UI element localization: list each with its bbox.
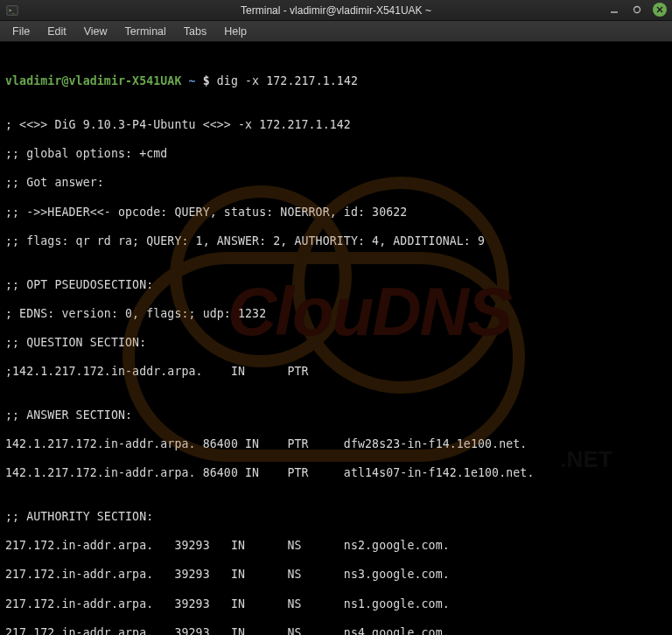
output-line: ;; OPT PSEUDOSECTION: bbox=[5, 278, 667, 293]
output-line: ; EDNS: version: 0, flags:; udp: 1232 bbox=[5, 307, 667, 322]
menubar: File Edit View Terminal Tabs Help bbox=[0, 21, 672, 42]
menu-file[interactable]: File bbox=[5, 24, 37, 39]
watermark-suffix: .NET bbox=[560, 452, 612, 467]
close-button[interactable] bbox=[653, 3, 667, 17]
prompt-symbol: $ bbox=[203, 74, 210, 87]
terminal-viewport[interactable]: ClouDNS .NET vladimir@vladimir-X541UAK ~… bbox=[0, 42, 672, 635]
output-line: 217.172.in-addr.arpa. 39293 IN NS ns2.go… bbox=[5, 539, 667, 554]
menu-tabs[interactable]: Tabs bbox=[177, 24, 214, 39]
menu-help[interactable]: Help bbox=[217, 24, 254, 39]
svg-text:>_: >_ bbox=[9, 7, 16, 14]
terminal-window: >_ Terminal - vladimir@vladimir-X541UAK … bbox=[0, 0, 672, 635]
prompt-line: vladimir@vladimir-X541UAK ~ $ dig -x 172… bbox=[5, 74, 667, 89]
output-line: 142.1.217.172.in-addr.arpa. 86400 IN PTR… bbox=[5, 437, 667, 452]
output-line: 217.172.in-addr.arpa. 39293 IN NS ns3.go… bbox=[5, 568, 667, 583]
command-text: dig -x 172.217.1.142 bbox=[217, 74, 358, 87]
output-line: ;; flags: qr rd ra; QUERY: 1, ANSWER: 2,… bbox=[5, 234, 667, 249]
prompt-user-host: vladimir@vladimir-X541UAK bbox=[5, 74, 182, 87]
svg-point-3 bbox=[634, 7, 640, 13]
output-line: ;; QUESTION SECTION: bbox=[5, 336, 667, 351]
output-line: 217.172.in-addr.arpa. 39293 IN NS ns4.go… bbox=[5, 626, 667, 635]
prompt-path: ~ bbox=[189, 74, 196, 87]
maximize-button[interactable] bbox=[630, 3, 644, 17]
output-line: 217.172.in-addr.arpa. 39293 IN NS ns1.go… bbox=[5, 597, 667, 612]
output-line: ;; ->>HEADER<<- opcode: QUERY, status: N… bbox=[5, 206, 667, 220]
menu-terminal[interactable]: Terminal bbox=[118, 24, 173, 39]
output-line: ;; AUTHORITY SECTION: bbox=[5, 510, 667, 525]
minimize-button[interactable] bbox=[607, 3, 621, 17]
titlebar[interactable]: >_ Terminal - vladimir@vladimir-X541UAK … bbox=[0, 0, 672, 21]
menu-edit[interactable]: Edit bbox=[40, 24, 74, 39]
output-line: ; <<>> DiG 9.10.3-P4-Ubuntu <<>> -x 172.… bbox=[5, 118, 667, 133]
window-controls bbox=[607, 3, 667, 17]
output-line: 142.1.217.172.in-addr.arpa. 86400 IN PTR… bbox=[5, 466, 667, 481]
menu-view[interactable]: View bbox=[77, 24, 115, 39]
window-title: Terminal - vladimir@vladimir-X541UAK ~ bbox=[241, 4, 431, 17]
output-line: ;; Got answer: bbox=[5, 176, 667, 191]
output-line: ;142.1.217.172.in-addr.arpa. IN PTR bbox=[5, 365, 667, 380]
output-line: ;; global options: +cmd bbox=[5, 147, 667, 162]
app-icon: >_ bbox=[5, 3, 19, 17]
output-line: ;; ANSWER SECTION: bbox=[5, 408, 667, 423]
